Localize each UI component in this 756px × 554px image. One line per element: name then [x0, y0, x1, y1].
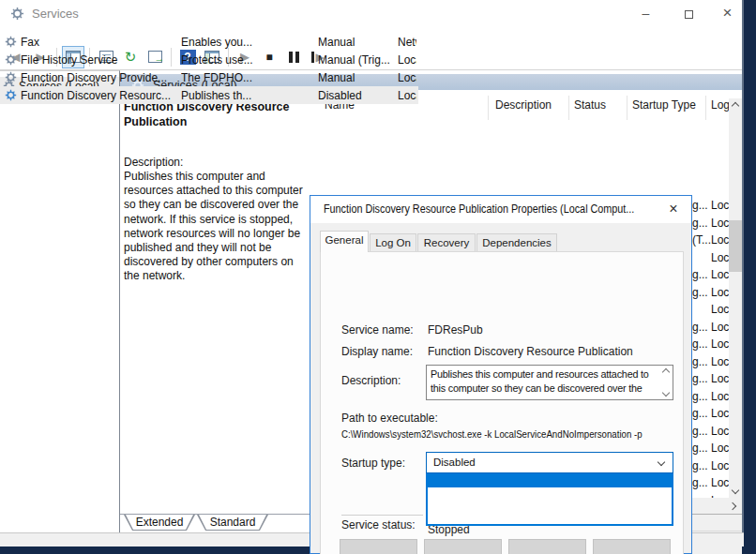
table-row[interactable]: Function Discovery Provide... The FDPHO.…: [0, 68, 418, 86]
scrollbar-thumb[interactable]: [729, 220, 742, 272]
services-gear-icon: [10, 7, 24, 21]
table-row[interactable]: g... Loc: [692, 284, 729, 302]
table-row[interactable]: g... Loc: [692, 319, 729, 337]
tab-general[interactable]: General: [320, 231, 369, 252]
tab-log-on[interactable]: Log On: [370, 233, 416, 252]
service-logon-cell: Loc: [711, 442, 729, 455]
scroll-down-button[interactable]: [729, 483, 742, 498]
service-startup-cell: g...: [692, 286, 711, 299]
service-logon-cell: Loc: [711, 286, 729, 299]
dropdown-option[interactable]: [428, 511, 672, 523]
service-description-cell: Publishes th...: [181, 89, 259, 102]
dropdown-option[interactable]: [428, 487, 672, 500]
service-properties-dialog: Function Discovery Resource Publication …: [310, 195, 692, 554]
description-label: Description:: [341, 374, 401, 387]
services-rows: Fax Enables you... Manual Netw... File H…: [0, 33, 418, 104]
table-row[interactable]: g... Loc: [692, 353, 729, 371]
chevron-down-icon[interactable]: [662, 389, 670, 397]
textbox-scroll-arrows[interactable]: [659, 366, 673, 399]
dialog-title-bar: Function Discovery Resource Publication …: [310, 196, 691, 223]
tab-standard[interactable]: Standard: [197, 515, 268, 531]
table-row[interactable]: Loc: [692, 301, 729, 319]
horizontal-scrollbar[interactable]: [692, 498, 742, 514]
table-row[interactable]: g... Loc: [692, 336, 729, 353]
service-logon-cell: Loca...: [398, 89, 416, 102]
scroll-up-button[interactable]: [729, 98, 742, 113]
service-logon-cell: Loc: [711, 321, 729, 334]
dropdown-option[interactable]: [428, 475, 672, 487]
table-row[interactable]: g... Loc: [692, 215, 729, 232]
service-startup-cell: g...: [692, 372, 711, 385]
services-rows-partial: g... Loc g... Loc (T... Loc Loc g... Loc…: [692, 197, 729, 509]
table-row[interactable]: Fax Enables you... Manual Netw...: [0, 33, 418, 51]
chevron-up-icon[interactable]: [662, 368, 670, 376]
service-logon-cell: Loc: [711, 355, 729, 368]
table-row[interactable]: g... Loc: [692, 266, 729, 284]
service-startup-cell: Manual: [318, 71, 398, 84]
service-logon-cell: Loc: [711, 199, 729, 212]
service-startup-cell: g...: [692, 217, 711, 230]
service-control-button[interactable]: [424, 539, 502, 554]
scroll-right-button[interactable]: [725, 498, 740, 514]
service-gear-icon: [5, 36, 17, 48]
description-textbox[interactable]: Publishes this computer and resources at…: [426, 365, 673, 400]
table-row[interactable]: g... Loc: [692, 423, 729, 441]
service-startup-cell: (T...: [692, 233, 711, 247]
dropdown-option[interactable]: [428, 500, 672, 512]
service-logon-cell: Loc: [711, 251, 729, 264]
tab-dependencies[interactable]: Dependencies: [476, 233, 557, 252]
column-header-status[interactable]: Status: [574, 98, 606, 112]
service-logon-cell: Netw...: [398, 36, 416, 49]
table-row[interactable]: Loc: [692, 249, 729, 267]
service-control-button[interactable]: [340, 539, 417, 554]
startup-type-combobox[interactable]: Disabled: [426, 452, 673, 473]
service-startup-cell: g...: [692, 321, 711, 334]
table-row[interactable]: (T... Loc: [692, 232, 729, 249]
maximize-button[interactable]: [668, 0, 710, 26]
service-startup-cell: g...: [692, 355, 711, 368]
table-row[interactable]: g... Loc: [692, 457, 729, 475]
chevron-down-icon: [732, 487, 739, 494]
table-row[interactable]: Function Discovery Resourc... Publishes …: [0, 86, 418, 104]
service-status-label: Service status:: [341, 518, 416, 532]
table-row[interactable]: g... Loc: [692, 474, 729, 492]
service-description-cell: Protects use...: [181, 53, 259, 67]
service-logon-cell: Loc: [711, 372, 729, 385]
service-gear-icon: [5, 71, 17, 83]
table-row[interactable]: g... Loc: [692, 370, 729, 388]
table-row[interactable]: g... Loc: [692, 197, 729, 215]
window-title: Services: [32, 7, 79, 21]
service-startup-cell: g...: [692, 199, 711, 212]
vertical-scrollbar[interactable]: [729, 98, 742, 498]
service-startup-cell: g...: [692, 425, 711, 438]
service-logon-cell: Loc: [711, 425, 729, 438]
service-gear-icon: [5, 53, 17, 66]
service-name-label: Service name:: [341, 323, 414, 337]
column-header-log-on-as[interactable]: Log: [711, 98, 730, 112]
service-startup-cell: g...: [692, 459, 711, 472]
service-control-buttons: [340, 539, 677, 554]
service-control-button[interactable]: [508, 539, 586, 554]
tab-recovery[interactable]: Recovery: [417, 233, 476, 252]
table-row[interactable]: File History Service Protects use... Man…: [0, 51, 418, 68]
service-logon-cell: Loc: [711, 390, 729, 403]
tab-extended[interactable]: Extended: [124, 515, 195, 531]
service-control-button[interactable]: [593, 539, 671, 554]
chevron-right-icon: [729, 502, 736, 509]
service-startup-cell: Disabled: [318, 89, 398, 102]
minimize-button[interactable]: –: [625, 0, 667, 26]
close-button[interactable]: ×: [711, 0, 744, 26]
service-logon-cell: Loc: [711, 476, 729, 489]
column-header-startup-type[interactable]: Startup Type: [632, 98, 696, 112]
table-row[interactable]: g... Loc: [692, 388, 729, 406]
service-startup-cell: g...: [692, 268, 711, 281]
dialog-close-button[interactable]: ×: [659, 197, 688, 221]
table-row[interactable]: g... Loc: [692, 440, 729, 457]
startup-type-label: Startup type:: [341, 457, 405, 470]
service-logon-cell: Loc: [711, 303, 729, 316]
table-row[interactable]: g... Loc: [692, 405, 729, 423]
service-startup-cell: g...: [692, 390, 711, 403]
service-name-cell: Function Discovery Resourc...: [21, 89, 171, 102]
service-description-text: Publishes this computer and resources at…: [124, 170, 310, 284]
column-header-description[interactable]: Description: [495, 98, 552, 112]
